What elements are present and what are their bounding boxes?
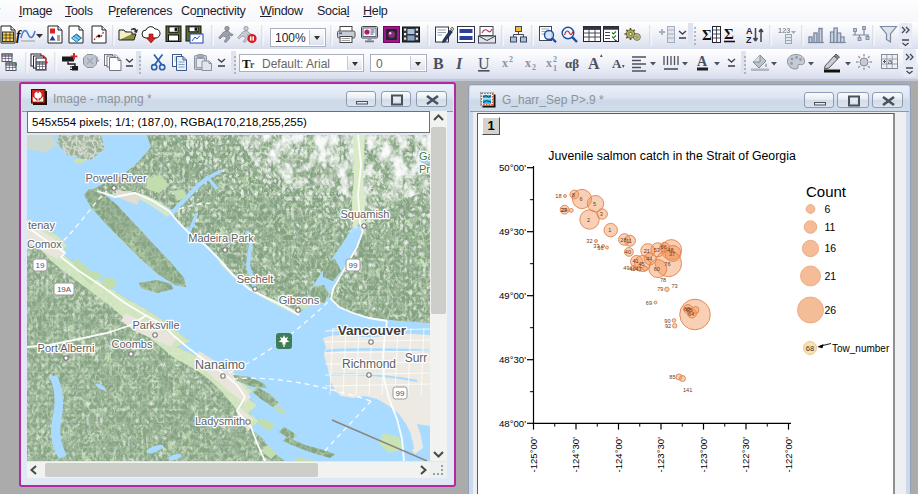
svg-text:x: x [546, 56, 552, 70]
svg-text:Juvenile salmon catch in the S: Juvenile salmon catch in the Strait of G… [548, 149, 796, 163]
svg-text:2: 2 [587, 217, 590, 223]
svg-text:Pro: Pro [419, 163, 430, 175]
svg-text:x: x [502, 56, 508, 70]
svg-text:5: 5 [593, 201, 596, 207]
svg-text:a: a [888, 57, 893, 66]
svg-text:I: I [455, 55, 463, 72]
svg-text:Parksville: Parksville [132, 319, 179, 331]
svg-text:Ga: Ga [419, 150, 430, 162]
svg-text:x: x [525, 56, 531, 70]
svg-text:Comox: Comox [27, 238, 62, 250]
svg-text:21: 21 [825, 270, 837, 282]
svg-text:Coombs: Coombs [112, 338, 153, 350]
svg-text:76: 76 [664, 261, 670, 267]
svg-text:Vancouver: Vancouver [338, 323, 407, 338]
svg-text:141: 141 [683, 387, 692, 393]
svg-text:-125°00': -125°00' [528, 437, 539, 473]
svg-text:21: 21 [644, 248, 650, 254]
svg-text:50°00': 50°00' [499, 162, 526, 173]
svg-text:-123°00': -123°00' [698, 437, 709, 473]
svg-text:A: A [612, 56, 622, 71]
svg-text:48°30': 48°30' [499, 354, 526, 365]
svg-text:32: 32 [586, 238, 592, 244]
svg-text:2: 2 [509, 55, 513, 64]
svg-text:26: 26 [825, 304, 837, 316]
svg-text:69: 69 [646, 300, 652, 306]
svg-text:79: 79 [657, 286, 663, 292]
svg-text:B: B [433, 55, 444, 72]
svg-text:6: 6 [825, 203, 831, 215]
svg-text:24: 24 [561, 207, 567, 213]
svg-text:Nanaimo: Nanaimo [195, 358, 245, 372]
svg-text:2: 2 [532, 63, 536, 72]
svg-text:99: 99 [349, 261, 358, 270]
svg-text:66: 66 [661, 244, 667, 250]
svg-text:Gibsons: Gibsons [279, 294, 320, 306]
svg-text:Tow_number: Tow_number [832, 343, 890, 354]
svg-text:Powell River: Powell River [85, 172, 146, 184]
svg-text:tenay: tenay [28, 219, 55, 231]
svg-text:-122°00': -122°00' [783, 437, 794, 473]
svg-text:60: 60 [654, 266, 660, 272]
svg-text:48°00': 48°00' [499, 418, 526, 429]
svg-text:49°30': 49°30' [499, 226, 526, 237]
svg-text:73: 73 [672, 283, 678, 289]
svg-text:Richmond: Richmond [342, 357, 396, 371]
svg-text:Σ: Σ [702, 27, 712, 43]
svg-text:47: 47 [635, 266, 641, 272]
svg-text:8: 8 [572, 192, 575, 198]
svg-text:40: 40 [625, 249, 631, 255]
svg-text:-123°30': -123°30' [655, 437, 666, 473]
svg-text:44: 44 [646, 256, 652, 262]
svg-text:37: 37 [669, 251, 675, 257]
svg-text:1: 1 [553, 64, 557, 73]
svg-text:Madeira Park: Madeira Park [188, 232, 254, 244]
svg-text:Sechelt: Sechelt [237, 273, 274, 285]
svg-text:Σ: Σ [724, 26, 734, 42]
svg-text:Count: Count [806, 183, 847, 200]
svg-text:αβ: αβ [565, 56, 579, 71]
svg-text:65: 65 [686, 307, 692, 313]
svg-text:-124°00': -124°00' [613, 437, 624, 473]
svg-text:68: 68 [806, 344, 814, 353]
svg-text:18: 18 [555, 193, 561, 199]
svg-text:11: 11 [825, 221, 836, 233]
svg-text:123: 123 [778, 26, 791, 35]
svg-text:A: A [697, 54, 708, 69]
svg-text:85: 85 [669, 374, 675, 380]
svg-text:A: A [588, 55, 600, 72]
svg-text:19A: 19A [57, 285, 72, 294]
svg-text:-124°30': -124°30' [570, 437, 581, 473]
svg-text:r: r [250, 59, 255, 70]
svg-text:19: 19 [36, 261, 45, 270]
svg-text:6: 6 [579, 196, 582, 202]
svg-text:16: 16 [825, 242, 837, 254]
svg-text:99: 99 [396, 389, 405, 398]
svg-text:2: 2 [553, 55, 557, 64]
svg-text:Squamish: Squamish [341, 208, 390, 220]
svg-text:53: 53 [654, 247, 660, 253]
svg-text:36: 36 [597, 245, 603, 251]
svg-text:Port Alberni: Port Alberni [38, 342, 95, 354]
svg-text:U: U [478, 55, 490, 72]
svg-text:-122°30': -122°30' [740, 437, 751, 473]
svg-text:49°00': 49°00' [499, 290, 526, 301]
svg-text:92: 92 [665, 323, 671, 329]
svg-text:Surr: Surr [405, 351, 428, 365]
svg-text:78: 78 [660, 277, 666, 283]
svg-text:Z: Z [746, 35, 752, 45]
svg-text:3: 3 [600, 211, 603, 217]
svg-text:Ladysmith: Ladysmith [195, 415, 245, 427]
svg-text:11: 11 [626, 238, 632, 244]
svg-text:1: 1 [608, 227, 611, 233]
